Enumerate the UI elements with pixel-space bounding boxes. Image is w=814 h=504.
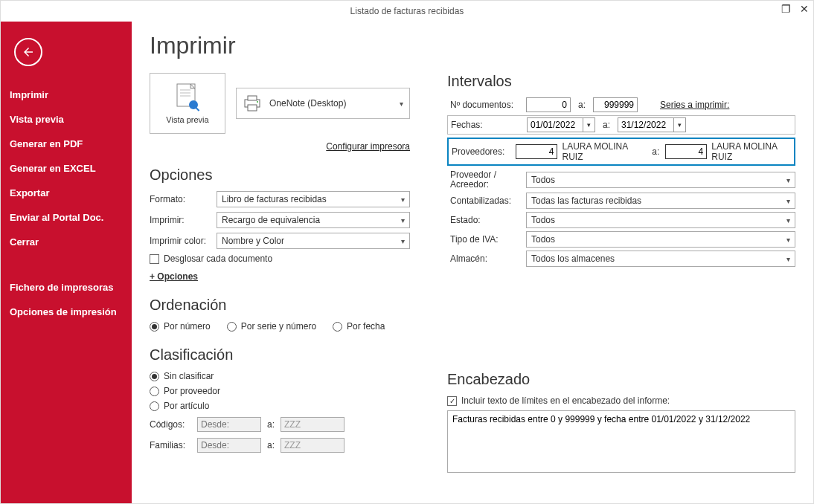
- color-label: Imprimir color:: [150, 236, 217, 246]
- color-select[interactable]: Nombre y Color▾: [217, 233, 410, 249]
- fecha-a-label: a:: [601, 120, 612, 130]
- sidebar-item-imprimir[interactable]: Imprimir: [1, 83, 132, 107]
- window-close-icon[interactable]: ✕: [800, 4, 809, 14]
- ndoc-from-input[interactable]: [526, 97, 571, 112]
- clasif-sin-clasificar-radio[interactable]: Sin clasificar: [150, 371, 410, 381]
- formato-label: Formato:: [150, 194, 217, 204]
- incluir-encabezado-label: Incluir texto de límites en el encabezad…: [461, 395, 670, 406]
- imprimir-label: Imprimir:: [150, 215, 217, 225]
- contabilizadas-select[interactable]: Todas las facturas recibidas▾: [526, 193, 795, 209]
- page-title: Imprimir: [150, 32, 795, 59]
- ndoc-a-label: a:: [577, 100, 587, 110]
- proveedor-hasta-num-input[interactable]: [665, 144, 707, 159]
- chevron-down-icon[interactable]: ▾: [673, 118, 685, 132]
- fecha-desde-input[interactable]: ▾: [527, 117, 595, 132]
- mas-opciones-link[interactable]: + Opciones: [150, 271, 410, 282]
- tipo-iva-label: Tipo de IVA:: [447, 234, 520, 245]
- formato-value: Libro de facturas recibidas: [222, 194, 327, 204]
- sidebar-item-generar-pdf[interactable]: Generar en PDF: [1, 132, 132, 156]
- chevron-down-icon[interactable]: ▾: [583, 118, 595, 132]
- document-preview-icon: [174, 83, 201, 112]
- familias-hasta-input[interactable]: [281, 438, 344, 453]
- svg-rect-7: [248, 96, 257, 100]
- orden-por-numero-radio[interactable]: Por número: [150, 321, 211, 332]
- proveedor-desde-name: LAURA MOLINA RUIZ: [562, 141, 641, 162]
- orden-por-fecha-radio[interactable]: Por fecha: [333, 321, 385, 332]
- window-title: Listado de facturas recibidas: [350, 6, 464, 16]
- ndoc-to-input[interactable]: [593, 97, 638, 112]
- codigos-desde-input[interactable]: [197, 417, 261, 432]
- chevron-down-icon: ▾: [400, 100, 403, 108]
- desglosar-checkbox[interactable]: [150, 254, 159, 264]
- proveedor-a-label: a:: [650, 146, 661, 157]
- encabezado-textarea[interactable]: [447, 410, 795, 473]
- orden-r2-label: Por serie y número: [241, 321, 316, 332]
- almacen-select[interactable]: Todos los almacenes▾: [526, 251, 795, 267]
- series-imprimir-link[interactable]: Series a imprimir:: [660, 100, 729, 110]
- desglosar-label: Desglosar cada documento: [164, 253, 272, 264]
- sidebar-item-fichero-impresoras[interactable]: Fichero de impresoras: [1, 275, 132, 300]
- estado-select[interactable]: Todos▾: [526, 212, 795, 228]
- formato-select[interactable]: Libro de facturas recibidas▾: [217, 191, 410, 207]
- intervalos-heading: Intervalos: [447, 73, 795, 90]
- clasificacion-heading: Clasificación: [150, 346, 410, 364]
- chevron-down-icon: ▾: [786, 236, 790, 244]
- ordenacion-heading: Ordenación: [150, 297, 410, 314]
- proveedor-desde-num-input[interactable]: [516, 144, 557, 159]
- svg-rect-8: [248, 105, 257, 111]
- vista-previa-button[interactable]: Vista previa: [150, 73, 225, 134]
- incluir-encabezado-checkbox[interactable]: [447, 396, 457, 406]
- sidebar-item-opciones-impresion[interactable]: Opciones de impresión: [1, 300, 132, 324]
- sidebar-item-exportar[interactable]: Exportar: [1, 181, 132, 205]
- orden-r3-label: Por fecha: [347, 321, 385, 332]
- familias-desde-input[interactable]: [197, 438, 261, 453]
- printer-icon: [243, 95, 262, 112]
- proveedor-acreedor-select[interactable]: Todos▾: [526, 172, 795, 188]
- chevron-down-icon: ▾: [401, 196, 405, 204]
- estado-value: Todos: [531, 215, 555, 225]
- fecha-hasta-input[interactable]: ▾: [618, 117, 686, 132]
- fechas-label: Fechas:: [448, 120, 521, 130]
- almacen-value: Todos los almacenes: [531, 253, 615, 264]
- sidebar-item-cerrar[interactable]: Cerrar: [1, 230, 132, 254]
- familias-a-label: a:: [266, 440, 276, 450]
- almacen-label: Almacén:: [447, 253, 520, 264]
- imprimir-value: Recargo de equivalencia: [222, 215, 320, 225]
- proveedor-acreedor-value: Todos: [531, 175, 555, 185]
- tipo-iva-select[interactable]: Todos▾: [526, 231, 795, 248]
- window-restore-icon[interactable]: ❐: [781, 4, 791, 14]
- imprimir-select[interactable]: Recargo de equivalencia▾: [217, 212, 410, 228]
- chevron-down-icon: ▾: [401, 237, 405, 245]
- clasif-por-articulo-radio[interactable]: Por artículo: [150, 401, 410, 411]
- arrow-left-icon: [22, 45, 35, 59]
- orden-r1-label: Por número: [164, 321, 211, 332]
- proveedores-range-box: Proveedores: LAURA MOLINA RUIZ a: LAURA …: [447, 138, 795, 166]
- codigos-label: Códigos:: [150, 419, 193, 430]
- configurar-impresora-link[interactable]: Configurar impresora: [326, 141, 410, 152]
- vista-previa-label: Vista previa: [166, 115, 208, 124]
- back-button[interactable]: [14, 38, 42, 66]
- fecha-desde-value[interactable]: [528, 118, 583, 132]
- proveedor-hasta-name: LAURA MOLINA RUIZ: [711, 141, 791, 162]
- clasif-r2-label: Por proveedor: [164, 386, 220, 396]
- chevron-down-icon: ▾: [401, 216, 405, 224]
- codigos-hasta-input[interactable]: [281, 417, 344, 432]
- contabilizadas-label: Contabilizadas:: [447, 196, 520, 206]
- ndocumentos-label: Nº documentos:: [447, 100, 520, 110]
- contabilizadas-value: Todas las facturas recibidas: [531, 196, 641, 206]
- sidebar-item-vista-previa[interactable]: Vista previa: [1, 107, 132, 132]
- orden-por-serie-radio[interactable]: Por serie y número: [227, 321, 316, 332]
- opciones-heading: Opciones: [150, 167, 410, 184]
- clasif-r1-label: Sin clasificar: [164, 371, 214, 381]
- fecha-hasta-value[interactable]: [618, 118, 673, 132]
- color-value: Nombre y Color: [222, 236, 284, 246]
- chevron-down-icon: ▾: [786, 255, 790, 263]
- codigos-a-label: a:: [266, 419, 276, 430]
- sidebar-item-generar-excel[interactable]: Generar en EXCEL: [1, 156, 132, 181]
- sidebar-item-enviar-portal[interactable]: Enviar al Portal Doc.: [1, 205, 132, 230]
- tipo-iva-value: Todos: [531, 234, 555, 245]
- printer-select[interactable]: OneNote (Desktop) ▾: [236, 88, 410, 119]
- clasif-por-proveedor-radio[interactable]: Por proveedor: [150, 386, 410, 396]
- proveedor-acreedor-label: Proveedor / Acreedor:: [447, 170, 520, 190]
- estado-label: Estado:: [447, 215, 520, 225]
